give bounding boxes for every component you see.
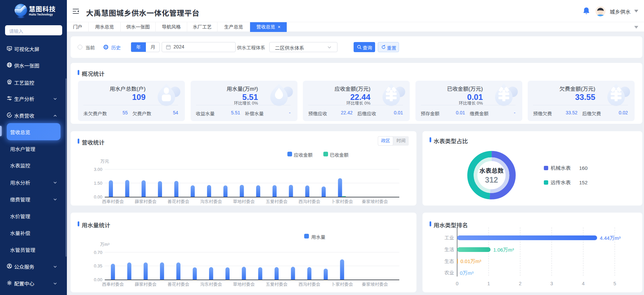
svg-text:160: 160 xyxy=(579,165,588,171)
svg-text:西奉村委会: 西奉村委会 xyxy=(102,282,124,287)
svg-text:4: 4 xyxy=(582,281,585,286)
svg-text:五爱村委会: 五爱村委会 xyxy=(266,282,287,287)
svg-text:善花村委会: 善花村委会 xyxy=(167,199,189,204)
svg-text:3: 3 xyxy=(550,281,553,286)
svg-text:薛家村委会: 薛家村委会 xyxy=(135,282,157,287)
svg-text:万元: 万元 xyxy=(100,159,109,164)
svg-text:0万m³: 0万m³ xyxy=(460,270,474,276)
svg-text:农业: 农业 xyxy=(444,270,454,275)
svg-text:生活: 生活 xyxy=(444,247,454,252)
svg-text:草地村委会: 草地村委会 xyxy=(233,199,255,204)
svg-text:0.01万m³: 0.01万m³ xyxy=(460,258,481,264)
svg-text:生态: 生态 xyxy=(444,259,454,264)
svg-text:秦家坡村委会: 秦家坡村委会 xyxy=(362,282,388,287)
svg-text:工业: 工业 xyxy=(444,235,454,241)
svg-text:善花村委会: 善花村委会 xyxy=(167,282,189,287)
svg-text:312: 312 xyxy=(485,176,498,184)
svg-text:秦家坡村委会: 秦家坡村委会 xyxy=(362,199,388,204)
svg-text:0: 0 xyxy=(456,281,458,286)
svg-text:0.35: 0.35 xyxy=(94,263,102,268)
svg-text:1.06万m³: 1.06万m³ xyxy=(493,247,514,253)
svg-text:沟东村委会: 沟东村委会 xyxy=(200,282,222,287)
svg-text:西奉村委会: 西奉村委会 xyxy=(102,199,124,204)
svg-text:沟东村委会: 沟东村委会 xyxy=(200,199,222,204)
svg-text:2: 2 xyxy=(519,281,522,286)
svg-text:0.00: 0.00 xyxy=(94,194,102,199)
svg-text:远传水表: 远传水表 xyxy=(551,180,571,185)
svg-text:卜家村委会: 卜家村委会 xyxy=(331,282,353,287)
svg-text:机械水表: 机械水表 xyxy=(551,165,571,171)
svg-text:1: 1 xyxy=(487,281,490,286)
svg-text:0.70: 0.70 xyxy=(94,250,102,255)
svg-text:草地村委会: 草地村委会 xyxy=(233,282,255,287)
svg-text:五爱村委会: 五爱村委会 xyxy=(266,199,287,204)
svg-text:3.00: 3.00 xyxy=(94,167,102,172)
svg-text:西沟村委会: 西沟村委会 xyxy=(298,282,320,287)
svg-text:卜家村委会: 卜家村委会 xyxy=(331,199,353,204)
svg-text:薛家村委会: 薛家村委会 xyxy=(135,199,157,204)
svg-text:西沟村委会: 西沟村委会 xyxy=(298,199,320,204)
svg-text:0.00: 0.00 xyxy=(94,277,102,282)
svg-text:1.50: 1.50 xyxy=(94,181,102,186)
svg-text:水表总数: 水表总数 xyxy=(479,168,504,174)
svg-text:万m³: 万m³ xyxy=(100,242,110,247)
svg-text:152: 152 xyxy=(579,180,588,185)
svg-text:5: 5 xyxy=(613,281,616,286)
svg-text:4.44万m³: 4.44万m³ xyxy=(600,235,621,241)
